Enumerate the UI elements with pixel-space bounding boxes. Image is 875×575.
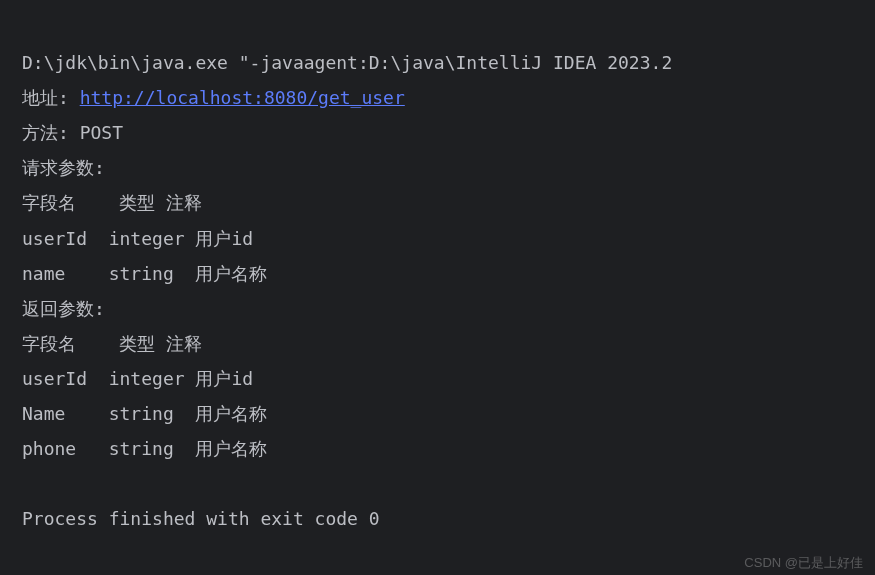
request-row: userId integer 用户id xyxy=(22,228,253,249)
response-table-header: 字段名 类型 注释 xyxy=(22,333,202,354)
command-line: D:\jdk\bin\java.exe "-javaagent:D:\java\… xyxy=(22,52,672,73)
response-params-header: 返回参数: xyxy=(22,298,105,319)
process-finished: Process finished with exit code 0 xyxy=(22,508,380,529)
response-row: userId integer 用户id xyxy=(22,368,253,389)
response-row: Name string 用户名称 xyxy=(22,403,267,424)
method-line: 方法: POST xyxy=(22,122,123,143)
request-row: name string 用户名称 xyxy=(22,263,267,284)
address-url-link[interactable]: http://localhost:8080/get_user xyxy=(80,87,405,108)
request-params-header: 请求参数: xyxy=(22,157,105,178)
response-row: phone string 用户名称 xyxy=(22,438,267,459)
watermark: CSDN @已是上好佳 xyxy=(744,556,863,569)
address-label: 地址: xyxy=(22,87,80,108)
console-output: D:\jdk\bin\java.exe "-javaagent:D:\java\… xyxy=(22,10,853,536)
request-table-header: 字段名 类型 注释 xyxy=(22,192,202,213)
